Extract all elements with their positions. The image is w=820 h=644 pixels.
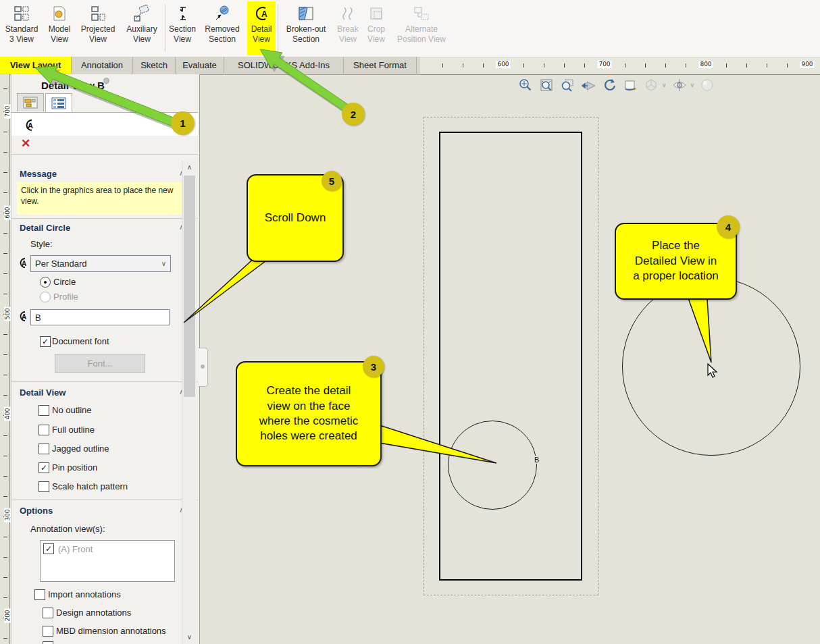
scale-hatch-pattern-checkbox[interactable] [39, 481, 49, 492]
feature-manager-tab[interactable] [17, 93, 44, 111]
circle-radio-mark: ● [43, 279, 47, 286]
detail-circle-b[interactable] [448, 421, 537, 510]
ruler-label: 700 [597, 61, 611, 68]
no-outline-label: No outline [52, 405, 92, 415]
mbd-dimension-annotations-checkbox[interactable] [43, 626, 53, 637]
mbd-dimension-annotations-label: MBD dimension annotations [56, 626, 166, 636]
document-font-checkbox[interactable]: ✓ [40, 336, 51, 347]
break-view-icon [339, 3, 357, 24]
annotation-views-listbox[interactable]: ✓ (A) Front [40, 540, 175, 582]
splitter-dot [201, 365, 205, 369]
alternate-position-view-icon [413, 3, 430, 24]
step-badge-4: 4 [717, 215, 740, 238]
tab-sheet-format-label: Sheet Format [353, 60, 407, 70]
broken-out-section-icon [297, 3, 315, 24]
design-annotations-checkbox[interactable] [43, 608, 53, 618]
panel-title: Detail View B [41, 80, 105, 91]
jagged-outline-checkbox[interactable] [39, 444, 49, 454]
removed-section-icon [213, 3, 231, 24]
close-icon[interactable]: ✕ [21, 136, 30, 151]
solidworks-window: Standard 3 View Model View Projected Vie… [0, 0, 820, 644]
pin-position-checkbox[interactable]: ✓ [39, 462, 49, 473]
projected-view-label: Projected View [81, 24, 116, 45]
tab-annotation[interactable]: Annotation [72, 57, 133, 74]
panel-splitter-handle[interactable] [199, 348, 208, 387]
zoom-to-area-icon[interactable] [559, 77, 575, 93]
scroll-up-icon[interactable]: ∧ [182, 163, 197, 171]
headsup-view-toolbar: ∨ ∨ [517, 77, 715, 93]
removed-section-button[interactable]: Removed Section [200, 1, 245, 55]
import-annotations-checkbox[interactable] [34, 589, 45, 600]
projected-view-button[interactable]: Projected View [77, 1, 119, 55]
vertical-ruler-ticks [3, 74, 7, 644]
callout-place-detailed-view-text: Place the Detailed View in a proper loca… [633, 238, 719, 284]
tab-sketch[interactable]: Sketch [133, 57, 176, 74]
divider [11, 500, 198, 500]
panel-scrollbar[interactable]: ∧ ∨ [182, 161, 197, 644]
pin-position-label: Pin position [52, 462, 97, 473]
model-view-button[interactable]: Model View [43, 1, 76, 55]
font-button: Font... [55, 354, 145, 373]
tab-annotation-label: Annotation [81, 60, 123, 70]
break-view-button: Break View [334, 1, 361, 55]
projected-view-icon [89, 3, 107, 24]
detail-label-icon: A [16, 310, 29, 323]
step-badge-1: 1 [171, 111, 195, 135]
profile-radio[interactable] [40, 292, 51, 302]
section-view-button[interactable]: Section View [168, 1, 197, 55]
scrollbar-thumb[interactable] [184, 176, 195, 397]
svg-text:A: A [22, 260, 26, 267]
tab-solidworks-addins[interactable]: SOLIDWORKS Add-Ins [224, 57, 344, 74]
svg-text:A: A [28, 122, 33, 130]
zoom-to-fit-icon[interactable] [538, 77, 555, 93]
3d-drawing-view-icon[interactable] [622, 77, 638, 93]
standard-3-view-button[interactable]: Standard 3 View [1, 1, 42, 55]
full-outline-checkbox[interactable] [39, 425, 49, 435]
tab-sheet-format[interactable]: Sheet Format [344, 57, 417, 74]
detail-label-input[interactable]: B [30, 309, 170, 325]
annotation-views-label: Annotation view(s): [30, 524, 105, 534]
model-view-icon [51, 3, 68, 24]
annotation-view-list-item[interactable]: ✓ (A) Front [43, 543, 93, 554]
alternate-position-view-button: Alternate Position View [392, 1, 451, 55]
display-style-icon[interactable] [671, 77, 688, 93]
display-style-dropdown-icon[interactable]: ∨ [690, 82, 695, 88]
no-outline-checkbox[interactable] [39, 405, 49, 416]
step-badge-3: 3 [363, 356, 384, 377]
front-view-outline[interactable] [439, 132, 582, 581]
apply-scene-icon [699, 77, 715, 93]
detail-view-button[interactable]: A Detail View [247, 1, 276, 55]
callout-scroll-down-text: Scroll Down [265, 211, 326, 225]
command-manager-ribbon: Standard 3 View Model View Projected Vie… [0, 0, 820, 57]
detail-circle-label: B [534, 456, 540, 464]
divider [11, 218, 198, 219]
tab-view-layout[interactable]: View Layout [0, 57, 72, 74]
partial-checkbox[interactable] [43, 641, 53, 644]
tab-solidworks-addins-label: SOLIDWORKS Add-Ins [238, 60, 330, 70]
style-dropdown[interactable]: Per Standard ∨ [30, 255, 171, 272]
message-text: Click in the graphics area to place the … [17, 182, 186, 215]
circle-radio[interactable]: ● [40, 277, 51, 288]
scroll-down-icon[interactable]: ∨ [182, 633, 197, 641]
annotation-view-label: (A) Front [58, 544, 93, 554]
property-manager-tab[interactable] [45, 93, 72, 113]
previous-view-icon[interactable] [580, 77, 596, 93]
chevron-down-icon: ∨ [161, 260, 166, 267]
standard-3-view-icon [13, 3, 30, 24]
property-manager-panel: A Detail View B ✕ Message ∧ Click in the… [11, 74, 200, 644]
broken-out-section-button[interactable]: Broken-out Section [280, 1, 332, 55]
full-outline-label: Full outline [52, 425, 95, 435]
tab-view-layout-label: View Layout [10, 60, 61, 70]
tab-evaluate[interactable]: Evaluate [176, 57, 224, 74]
removed-section-label: Removed Section [205, 24, 239, 45]
zoom-extents-icon[interactable] [517, 77, 534, 93]
section-view-label: Section View [169, 24, 196, 45]
options-section-header: Options [20, 506, 53, 516]
import-annotations-label: Import annotations [48, 589, 121, 599]
detail-circle-section-header: Detail Circle [20, 223, 70, 233]
crop-view-icon [367, 3, 385, 24]
auxiliary-view-button[interactable]: Auxiliary View [120, 1, 163, 55]
annotation-view-checkbox[interactable]: ✓ [43, 543, 54, 554]
detail-view-preview-circle[interactable] [622, 277, 800, 456]
rotate-view-icon[interactable] [601, 77, 617, 93]
